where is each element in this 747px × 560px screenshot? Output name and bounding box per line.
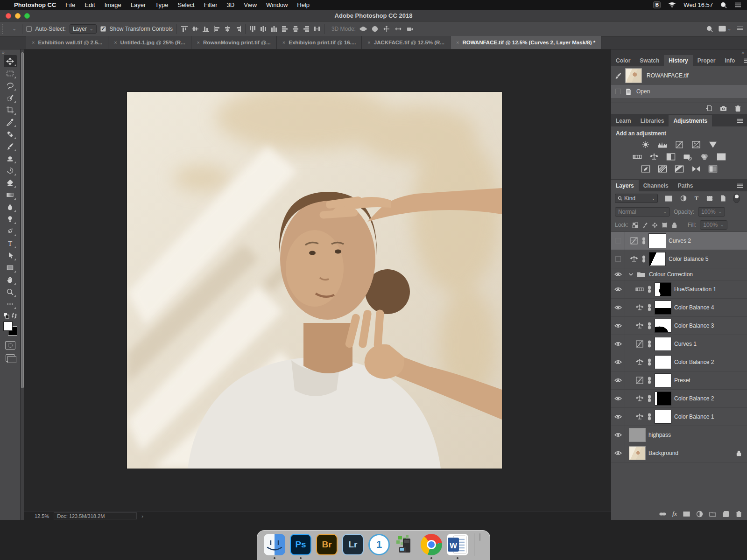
close-tab-icon[interactable]: ×: [456, 40, 459, 45]
workspace-grid-icon[interactable]: [737, 26, 743, 32]
dist-right-icon[interactable]: [303, 25, 310, 33]
color-balance-adjustment-icon[interactable]: [649, 153, 659, 161]
menu-item-file[interactable]: File: [65, 1, 75, 8]
exposure-adjustment-icon[interactable]: [691, 141, 701, 148]
vibrance-adjustment-icon[interactable]: [708, 141, 718, 148]
document-tab[interactable]: ×Untitled-1.jpg @ 25% (R...: [108, 36, 191, 49]
blend-mode-dropdown[interactable]: Normal⌄: [615, 207, 670, 217]
dock-item-chrome[interactable]: [421, 534, 442, 555]
levels-adjustment-icon[interactable]: [658, 141, 667, 148]
visibility-eye-icon[interactable]: [611, 280, 625, 298]
history-brush-source-icon[interactable]: [611, 72, 625, 79]
quick-select-tool[interactable]: [4, 91, 17, 104]
new-layer-icon[interactable]: [722, 511, 729, 518]
gradient-tool[interactable]: [4, 189, 17, 201]
hand-tool[interactable]: [4, 273, 17, 286]
layer-name[interactable]: Colour Correction: [649, 271, 693, 278]
layer-row-color-balance-3[interactable]: Color Balance 3: [611, 317, 747, 335]
channel-mixer-adjustment-icon[interactable]: [700, 153, 709, 161]
filter-smart-objects-icon[interactable]: [720, 195, 726, 202]
dock-item-finder[interactable]: [264, 534, 285, 555]
menu-item-layer[interactable]: Layer: [131, 1, 146, 8]
menu-item-type[interactable]: Type: [155, 1, 168, 8]
layer-row-curves-1[interactable]: Curves 1: [611, 335, 747, 353]
shape-tool[interactable]: [4, 261, 17, 273]
align-hcenter-icon[interactable]: [224, 25, 231, 33]
fill-input[interactable]: 100%⌄: [700, 220, 727, 230]
document-tab[interactable]: ×Exhibiyion print.tif @ 16....: [277, 36, 362, 49]
dist-top-icon[interactable]: [249, 25, 256, 33]
canvas-photo[interactable]: [127, 92, 502, 469]
layer-name[interactable]: Color Balance 4: [674, 304, 714, 311]
layer-name[interactable]: highpass: [648, 432, 671, 438]
auto-select-dropdown[interactable]: Layer⌄: [70, 24, 97, 34]
lock-artboard-icon[interactable]: [662, 222, 668, 228]
eraser-tool[interactable]: [4, 176, 17, 189]
healing-tool[interactable]: [4, 128, 17, 140]
color-lookup-adjustment-icon[interactable]: [717, 153, 726, 161]
visibility-eye-icon[interactable]: [611, 408, 625, 426]
layer-row-color-balance-2[interactable]: Color Balance 2: [611, 390, 747, 408]
history-tab-color[interactable]: Color: [611, 55, 635, 66]
layer-name[interactable]: Curves 2: [669, 238, 691, 244]
black-white-adjustment-icon[interactable]: [666, 153, 676, 161]
canvas-pasteboard[interactable]: [24, 49, 611, 511]
move-tool[interactable]: [4, 55, 17, 67]
panel-menu-icon[interactable]: [733, 119, 747, 123]
new-doc-from-state-icon[interactable]: [705, 105, 712, 112]
panel-menu-icon[interactable]: [740, 58, 747, 63]
menu-item-help[interactable]: Help: [297, 1, 310, 8]
visibility-eye-icon[interactable]: [611, 426, 625, 444]
zoom-window-button[interactable]: [24, 13, 30, 19]
opacity-input[interactable]: 100%⌄: [698, 207, 725, 217]
more-tool[interactable]: [4, 298, 17, 310]
align-bottom-icon[interactable]: [202, 25, 210, 33]
filter-toggle-pill[interactable]: [733, 194, 740, 203]
layer-mask-thumbnail[interactable]: [649, 234, 666, 248]
document-tab[interactable]: ×Exhibition wall.tif @ 2.5...: [26, 36, 108, 49]
history-source-row[interactable]: ROWANFACE.tif: [611, 66, 747, 85]
filter-shape-layers-icon[interactable]: [706, 196, 713, 202]
layers-tab-channels[interactable]: Channels: [639, 180, 673, 191]
brush-tool[interactable]: [4, 140, 17, 152]
lasso-tool[interactable]: [4, 79, 17, 91]
layer-row-color-balance-4[interactable]: Color Balance 4: [611, 299, 747, 317]
crop-tool[interactable]: [4, 104, 17, 116]
layer-mask-thumbnail[interactable]: [655, 337, 671, 351]
status-options-chevron[interactable]: ›: [141, 513, 143, 519]
layer-row-preset[interactable]: Preset: [611, 371, 747, 390]
collapse-tools-chevron[interactable]: »: [0, 50, 5, 55]
dist-left-icon[interactable]: [281, 25, 289, 33]
layer-mask-thumbnail[interactable]: [655, 319, 671, 333]
zoom-tool[interactable]: [4, 286, 17, 298]
close-window-button[interactable]: [6, 13, 11, 19]
align-vcenter-icon[interactable]: [191, 25, 199, 33]
marquee-tool[interactable]: [4, 67, 17, 79]
screen-mode-button[interactable]: [6, 354, 15, 362]
filter-type-layers-icon[interactable]: T: [694, 195, 698, 202]
close-tab-icon[interactable]: ×: [114, 40, 117, 45]
dodge-tool[interactable]: [4, 213, 17, 225]
visibility-empty-box[interactable]: [611, 232, 625, 250]
history-step-checkbox[interactable]: [611, 89, 625, 94]
layer-row-color-balance-5[interactable]: Color Balance 5: [611, 250, 747, 268]
snapshot-camera-icon[interactable]: [720, 105, 727, 112]
lock-transparency-icon[interactable]: [632, 222, 638, 228]
dock-item-lightroom[interactable]: Lr: [342, 534, 364, 555]
layer-thumbnail[interactable]: [629, 446, 646, 460]
history-tab-history[interactable]: History: [664, 55, 692, 66]
close-tab-icon[interactable]: ×: [367, 40, 370, 45]
layer-style-fx-icon[interactable]: fx: [672, 511, 677, 518]
vertical-scrollbar[interactable]: [21, 49, 24, 520]
selective-color-adjustment-icon[interactable]: [708, 165, 718, 173]
close-tab-icon[interactable]: ×: [282, 40, 285, 45]
layer-name[interactable]: Color Balance 1: [674, 413, 714, 420]
menu-item-view[interactable]: View: [244, 1, 257, 8]
filter-adjustment-layers-icon[interactable]: [680, 195, 687, 202]
layer-name[interactable]: Color Balance 2: [674, 359, 714, 365]
menu-item-edit[interactable]: Edit: [85, 1, 95, 8]
align-right-icon[interactable]: [234, 25, 242, 33]
panel-menu-icon[interactable]: [733, 183, 747, 188]
menu-clock[interactable]: Wed 16:57: [684, 1, 713, 8]
posterize-adjustment-icon[interactable]: [658, 165, 667, 173]
